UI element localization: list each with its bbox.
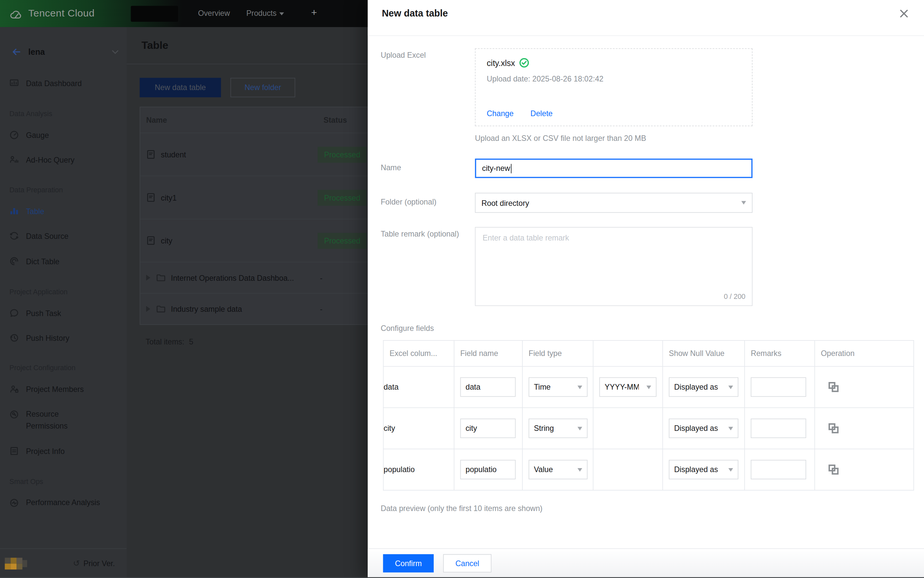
table-row[interactable]: city Processed (140, 219, 368, 262)
field-name-input[interactable] (460, 419, 516, 438)
field-row: data Time YYYY-MM Displayed as (383, 367, 913, 408)
field-type-select[interactable]: Value (528, 460, 588, 479)
table-row[interactable]: student Processed (140, 133, 368, 176)
col-format (593, 341, 663, 367)
folder-icon (156, 304, 166, 314)
brand[interactable]: Tencent Cloud (10, 8, 95, 19)
nav-overview[interactable]: Overview (198, 9, 230, 18)
char-counter: 0 / 200 (724, 292, 746, 300)
performance-icon (10, 498, 20, 508)
folder-select[interactable]: Root directory (475, 193, 752, 213)
sidebar-item-data-dashboard[interactable]: Data Dashboard (0, 77, 126, 89)
split-column-icon[interactable] (828, 464, 913, 475)
prior-version-link[interactable]: ↺ Prior Ver. (73, 558, 115, 568)
split-column-icon[interactable] (828, 382, 913, 393)
project-switcher[interactable]: lena (12, 46, 118, 58)
table-page: Table New data table New folder Name Sta… (126, 27, 368, 578)
field-type-select[interactable]: String (528, 419, 588, 438)
confirm-button[interactable]: Confirm (383, 554, 434, 572)
expand-caret-icon[interactable] (146, 275, 151, 281)
excel-column-name: city (383, 408, 454, 449)
chevron-down-icon (728, 468, 733, 471)
folder-label: Folder (optional) (381, 193, 475, 213)
upload-hint: Upload an XLSX or CSV file not larger th… (475, 134, 752, 143)
adhoc-query-icon (10, 155, 20, 165)
sidebar-item-resource-permissions[interactable]: Resource Permissions (0, 408, 126, 432)
cancel-button[interactable]: Cancel (443, 554, 492, 572)
null-value-select[interactable]: Displayed as (669, 460, 738, 479)
chevron-down-icon (741, 201, 746, 205)
sidebar-item-dict-table[interactable]: Dict Table (0, 255, 126, 267)
time-format-select[interactable]: YYYY-MM (599, 377, 656, 397)
members-icon (10, 384, 20, 394)
sidebar-item-table[interactable]: Table (0, 205, 126, 217)
sidebar-section-data-preparation: Data Preparation (10, 187, 127, 193)
folder-row[interactable]: Industry sample data - (140, 294, 368, 324)
sidebar-item-push-task[interactable]: Push Task (0, 307, 126, 319)
null-value-select[interactable]: Displayed as (669, 377, 738, 397)
dashboard-icon (10, 78, 20, 88)
sidebar-footer: ↺ Prior Ver. (0, 548, 126, 578)
chevron-down-icon (280, 13, 284, 16)
upload-excel-label: Upload Excel (381, 49, 475, 127)
folder-row[interactable]: Internet Operations Data Dashboa... - (140, 262, 368, 294)
drawer-header: New data table (368, 0, 924, 36)
project-name: lena (28, 47, 45, 57)
gauge-icon (10, 130, 20, 140)
sidebar-item-gauge[interactable]: Gauge (0, 129, 126, 141)
sidebar-item-performance-analysis[interactable]: Performance Analysis (0, 497, 126, 520)
chevron-down-icon[interactable] (112, 50, 119, 54)
remarks-input[interactable] (751, 419, 806, 438)
field-name-input[interactable] (460, 377, 516, 397)
back-arrow-icon[interactable] (12, 47, 21, 57)
upload-dropzone[interactable]: city.xlsx Upload date: 2025-08-26 18:02:… (475, 49, 752, 127)
delete-file-link[interactable]: Delete (530, 109, 553, 118)
column-header-status: Status (318, 115, 368, 124)
nav-add-button[interactable]: + (311, 7, 317, 19)
close-icon[interactable] (899, 8, 909, 19)
chevron-down-icon (577, 385, 582, 389)
folder-select-value: Root directory (481, 198, 529, 207)
field-name-input[interactable] (460, 460, 516, 479)
remarks-input[interactable] (751, 460, 806, 479)
configure-fields-heading: Configure fields (381, 324, 924, 333)
chevron-down-icon (577, 468, 582, 471)
col-operation: Operation (815, 341, 914, 367)
tables-list: Name Status student Processed city1 Proc… (140, 107, 368, 325)
status-badge: Processed (318, 190, 367, 206)
sidebar-item-data-source[interactable]: Data Source (0, 230, 126, 242)
status-empty: - (318, 305, 323, 314)
new-folder-button[interactable]: New folder (230, 78, 295, 97)
permissions-icon (10, 410, 20, 419)
chevron-down-icon (577, 427, 582, 430)
chevron-down-icon (728, 385, 733, 389)
name-input[interactable]: city-new (475, 159, 752, 178)
drawer-footer: Confirm Cancel (368, 548, 924, 578)
table-row[interactable]: city1 Processed (140, 176, 368, 219)
history-clock-icon (10, 333, 20, 343)
sidebar-section-smart-ops: Smart Ops (10, 478, 127, 485)
drawer-body: Upload Excel city.xlsx Upload date: 2025… (381, 36, 924, 513)
field-type-select[interactable]: Time (528, 377, 588, 397)
data-preview-note: Data preview (only the first 10 items ar… (381, 504, 924, 513)
name-label: Name (381, 159, 475, 178)
file-icon (146, 150, 156, 159)
col-field-name: Field name (454, 341, 522, 367)
nav-products[interactable]: Products (246, 9, 284, 18)
expand-caret-icon[interactable] (146, 306, 151, 312)
data-source-icon (10, 231, 20, 241)
change-file-link[interactable]: Change (487, 109, 514, 118)
total-items-count: 5 (189, 337, 193, 346)
new-data-table-button[interactable]: New data table (140, 78, 221, 97)
remarks-input[interactable] (751, 377, 806, 397)
sidebar-item-adhoc-query[interactable]: Ad-Hoc Query (0, 154, 126, 166)
null-value-select[interactable]: Displayed as (669, 419, 738, 438)
excel-column-name: populatio (383, 449, 454, 490)
sidebar-item-push-history[interactable]: Push History (0, 332, 126, 344)
split-column-icon[interactable] (828, 423, 913, 434)
sidebar-item-project-info[interactable]: Project Info (0, 445, 126, 457)
file-icon (146, 236, 156, 245)
remark-textarea[interactable] (475, 227, 752, 306)
sidebar-item-project-members[interactable]: Project Members (0, 383, 126, 395)
app-window: Tencent Cloud Overview Products + lena D… (0, 0, 924, 578)
